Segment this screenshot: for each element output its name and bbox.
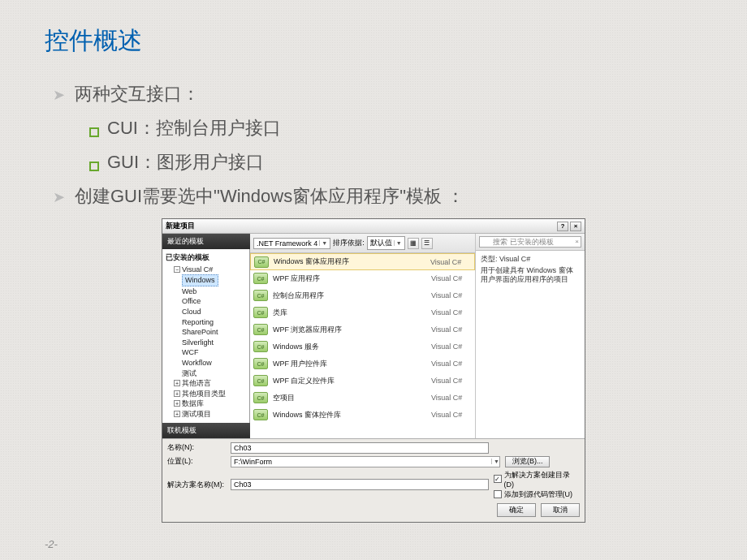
tree-section-installed: 已安装的模板 [166, 252, 246, 263]
template-icon: C# [254, 256, 269, 268]
new-project-dialog: 新建项目 ? × 最近的模板 已安装的模板 −Visual C# Windows… [162, 218, 585, 523]
tree-item[interactable]: +其他项目类型 [174, 389, 246, 399]
tree-item[interactable]: +测试项目 [174, 409, 246, 420]
template-lang: Visual C# [431, 342, 472, 351]
template-name: WPF 自定义控件库 [273, 376, 426, 386]
tree-item[interactable]: 测试 [182, 368, 246, 379]
tree-item[interactable]: SharePoint [182, 327, 246, 338]
left-header-recent[interactable]: 最近的模板 [162, 234, 250, 249]
source-control-checkbox[interactable]: 添加到源代码管理(U) [494, 489, 573, 500]
template-icon: C# [253, 409, 268, 420]
template-name: 控制台应用程序 [273, 291, 426, 301]
template-row[interactable]: C#类库Visual C# [250, 304, 475, 321]
template-icon: C# [253, 358, 268, 369]
template-name: Windows 窗体应用程序 [274, 256, 425, 267]
chevron-down-icon: ▼ [319, 240, 327, 246]
template-lang: Visual C# [431, 308, 472, 317]
template-tree[interactable]: 已安装的模板 −Visual C# WindowsWebOfficeCloudR… [162, 249, 250, 423]
template-lang: Visual C# [431, 411, 472, 419]
tree-item[interactable]: Silverlight [182, 338, 246, 348]
create-dir-checkbox[interactable]: ✓ 为解决方案创建目录(D) [494, 470, 580, 489]
sub-bullet-2: GUI：图形用户接口 [89, 150, 702, 174]
template-row[interactable]: C#Windows 窗体应用程序Visual C# [250, 253, 475, 270]
template-row[interactable]: C#空项目Visual C# [250, 390, 475, 407]
chevron-down-icon: ▼ [394, 240, 402, 246]
tree-item[interactable]: WCF [182, 347, 246, 358]
left-nav: 最近的模板 已安装的模板 −Visual C# WindowsWebOffice… [162, 234, 250, 438]
tree-root[interactable]: −Visual C# WindowsWebOfficeCloudReportin… [174, 265, 246, 379]
sub-1-text: CUI：控制台用户接口 [107, 116, 281, 140]
collapse-icon[interactable]: − [174, 266, 180, 273]
template-row[interactable]: C#WPF 自定义控件库Visual C# [250, 373, 475, 390]
view-large-icon[interactable]: ▦ [408, 238, 419, 249]
sort-dropdown[interactable]: 默认值▼ [367, 236, 405, 250]
template-icon: C# [253, 392, 268, 403]
search-input[interactable] [479, 236, 581, 248]
expand-icon[interactable]: + [174, 411, 180, 417]
expand-icon[interactable]: + [174, 380, 180, 386]
template-name: 类库 [273, 308, 426, 318]
browse-button[interactable]: 浏览(B)... [505, 456, 551, 467]
bullet-1: ➤ 两种交互接口： [53, 82, 702, 106]
tree-item[interactable]: Web [182, 286, 246, 297]
left-footer-online[interactable]: 联机模板 [162, 423, 250, 438]
sub-2-text: GUI：图形用户接口 [107, 150, 264, 174]
framework-dropdown[interactable]: .NET Framework 4▼ [253, 238, 330, 249]
bullet-2-text: 创建GUI需要选中"Windows窗体应用程序"模板 ： [75, 184, 464, 209]
desc-text: 用于创建具有 Windows 窗体用户界面的应用程序的项目 [481, 266, 580, 285]
template-icon: C# [253, 375, 268, 386]
tree-item[interactable]: Cloud [182, 307, 246, 317]
template-row[interactable]: C#控制台应用程序Visual C# [250, 287, 475, 304]
ok-button[interactable]: 确定 [497, 503, 536, 517]
template-name: 空项目 [273, 393, 426, 403]
template-name: WPF 应用程序 [273, 274, 426, 284]
template-lang: Visual C# [430, 258, 471, 266]
help-button[interactable]: ? [557, 222, 568, 231]
template-icon: C# [253, 341, 268, 352]
template-icon: C# [253, 324, 268, 335]
chevron-down-icon[interactable]: ▼ [491, 459, 499, 464]
template-lang: Visual C# [431, 360, 472, 368]
solution-label: 解决方案名称(M): [167, 480, 226, 490]
expand-icon[interactable]: + [174, 400, 180, 407]
template-lang: Visual C# [431, 377, 472, 385]
location-input[interactable] [231, 457, 490, 467]
template-name: Windows 服务 [273, 342, 426, 352]
square-icon [89, 127, 99, 137]
dialog-bottom: 名称(N): 位置(L): ▼ 浏览(B)... 解决方案名称(M): [162, 438, 585, 522]
template-row[interactable]: C#WPF 浏览器应用程序Visual C# [250, 321, 475, 338]
name-input[interactable] [231, 442, 489, 454]
slide-title: 控件概述 [45, 24, 702, 58]
chevron-icon: ➤ [53, 188, 65, 206]
template-row[interactable]: C#WPF 应用程序Visual C# [250, 270, 475, 287]
tree-item[interactable]: Workflow [182, 358, 246, 368]
tree-item[interactable]: +数据库 [174, 398, 246, 409]
template-list-panel: .NET Framework 4▼ 排序依据: 默认值▼ ▦ ☰ C#Windo… [250, 234, 476, 438]
template-row[interactable]: C#Windows 窗体控件库Visual C# [250, 407, 475, 424]
solution-input[interactable] [231, 479, 489, 490]
clear-icon[interactable]: × [575, 238, 579, 245]
sub-bullet-1: CUI：控制台用户接口 [89, 116, 702, 140]
view-list-icon[interactable]: ☰ [421, 238, 433, 249]
tree-item[interactable]: Reporting [182, 317, 246, 328]
template-list[interactable]: C#Windows 窗体应用程序Visual C#C#WPF 应用程序Visua… [250, 253, 475, 438]
expand-icon[interactable]: + [174, 390, 180, 397]
bullet-1-text: 两种交互接口： [75, 82, 200, 106]
chevron-icon: ➤ [53, 86, 65, 104]
template-name: WPF 用户控件库 [273, 359, 426, 369]
dialog-title-text: 新建项目 [166, 221, 195, 231]
template-lang: Visual C# [431, 325, 472, 334]
template-name: Windows 窗体控件库 [273, 410, 426, 420]
tree-item[interactable]: Office [182, 296, 246, 307]
checkbox-icon [494, 490, 502, 498]
template-lang: Visual C# [431, 274, 472, 282]
sort-label: 排序依据: [333, 238, 365, 248]
template-icon: C# [253, 290, 268, 301]
bullet-2: ➤ 创建GUI需要选中"Windows窗体应用程序"模板 ： [53, 184, 702, 209]
close-button[interactable]: × [570, 222, 581, 231]
cancel-button[interactable]: 取消 [541, 503, 580, 517]
template-row[interactable]: C#WPF 用户控件库Visual C# [250, 355, 475, 373]
tree-item[interactable]: +其他语言 [174, 378, 246, 389]
template-row[interactable]: C#Windows 服务Visual C# [250, 338, 475, 355]
tree-item[interactable]: Windows [182, 274, 218, 286]
